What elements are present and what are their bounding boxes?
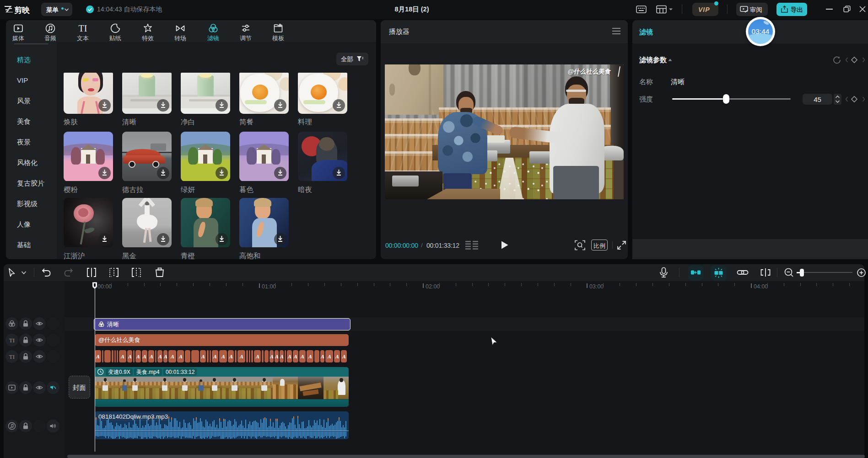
svg-text:TI: TI bbox=[9, 353, 15, 360]
svg-text:TI: TI bbox=[9, 337, 15, 344]
svg-text:TI: TI bbox=[79, 23, 87, 33]
